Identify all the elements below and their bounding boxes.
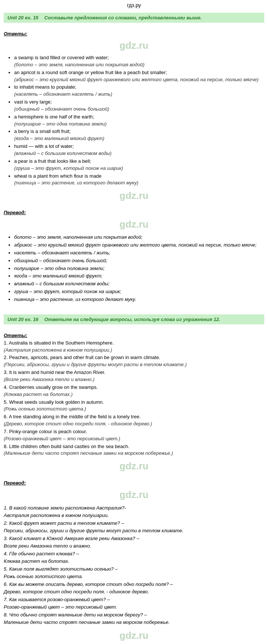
answers-label-16: Ответы: <box>4 333 264 338</box>
list-item: 5. Какие поля выглядят золотистыми осень… <box>4 565 264 580</box>
list-item: 2. Peaches, apricots, pears and other fr… <box>4 354 264 368</box>
list-item: 2. Какой фрукт может расти в теплом клим… <box>4 520 264 534</box>
exercise-15-title: Составьте предложения со словами, предст… <box>44 15 261 20</box>
list-item: 5. Wheat seeds usually look golden in au… <box>4 399 264 413</box>
list-item: 6. A tree standing along in the middle o… <box>4 413 264 428</box>
list-item: 4. Где обычно растет клюква? –Клюква рас… <box>4 550 264 565</box>
list-item: болото – это земля, наполненная или покр… <box>14 234 264 241</box>
list-item: 1. В какой половине земли расположена Ав… <box>4 504 264 519</box>
list-item: a swamp is land filled or covered with w… <box>14 54 264 69</box>
watermark-2: gdz.ru <box>0 188 268 203</box>
list-item: vast is very large;(обширный – обозначае… <box>14 99 264 113</box>
list-item: пшеница – это растение, из которого дела… <box>14 296 264 303</box>
exercise-16-id: Unit 20 ex. 16 <box>7 317 38 322</box>
list-item: 4. Cranberries usually grow on the swamp… <box>4 384 264 398</box>
list-item: населять – обозначает населять / жить; <box>14 250 264 257</box>
site-title: гдз.ру <box>127 2 141 8</box>
list-item: humid — with a lot of water;(влажный – с… <box>14 143 264 157</box>
list-item: 8. Little children often build sand cast… <box>4 443 264 457</box>
list-item: wheat is a plant from which flour is mad… <box>14 173 264 187</box>
watermark-6: gdz.ru <box>0 628 268 643</box>
list-item: a berry is a small soft fruit;(ягода – э… <box>14 128 264 142</box>
exercise-15-answers: a swamp is land filled or covered with w… <box>4 54 264 187</box>
list-item: to inhabit means to populate;(населять –… <box>14 84 264 98</box>
list-item: груша – это фрукт, который похож на шари… <box>14 288 264 295</box>
exercise-16-header: Unit 20 ex. 16 Ответьте на следующие воп… <box>4 314 264 324</box>
watermark-5: gdz.ru <box>0 487 268 502</box>
exercise-16-answers: 1. Australia is situated in the Southern… <box>4 340 264 457</box>
exercise-15-id: Unit 20 ex. 15 <box>7 15 38 20</box>
translate-section-15: болото – это земля, наполненная или покр… <box>4 234 264 303</box>
list-item: 3. Какой климат в Южной Америке возле ре… <box>4 535 264 549</box>
list-item: a pear is a fruit that looks like a bell… <box>14 158 264 172</box>
list-item: полушарие – это одна половина земли; <box>14 265 264 272</box>
exercise-16-title: Ответьте на следующие вопросы, используя… <box>44 317 261 322</box>
list-item: обширный – обозначает очень большой; <box>14 257 264 264</box>
list-item: 6. Как вы можете описать дерево, которое… <box>4 581 264 595</box>
list-item: 7. Pinky-orange colour is peach colour.(… <box>4 428 264 442</box>
watermark-4: gdz.ru <box>0 459 268 473</box>
list-item: влажный – с большим количеством воды; <box>14 280 264 288</box>
list-item: an apricot is a round soft orange or yel… <box>14 69 264 83</box>
watermark-1: gdz.ru <box>0 38 268 53</box>
translate-list-15: болото – это земля, наполненная или покр… <box>14 234 264 303</box>
translate-section-16: 1. В какой половине земли расположена Ав… <box>4 504 264 626</box>
list-item: 8. Что обычно строят маленькие дети на м… <box>4 611 264 626</box>
site-header: гдз.ру <box>0 0 268 10</box>
translate-label-16: Перевод: <box>4 480 264 486</box>
list-item: 7. Как называется розово-оранжевый цвет?… <box>4 596 264 610</box>
list-item: 1. Australia is situated in the Southern… <box>4 340 264 354</box>
list-item: a hemisphere is one half of the earth;(п… <box>14 114 264 128</box>
answers-label-15: Ответы: <box>4 31 264 37</box>
list-item: ягода – это маленький мягкий фрукт; <box>14 273 264 280</box>
list-item: 3. It is warm and humid near the Amazon … <box>4 369 264 383</box>
exercise-15-header: Unit 20 ex. 15 Составьте предложения со … <box>4 13 264 23</box>
watermark-3: gdz.ru <box>0 217 268 232</box>
translate-label-15: Перевод: <box>4 210 264 215</box>
list-item: абрикос – это круглый мягкий фрукт оранж… <box>14 242 264 249</box>
answers-list-15: a swamp is land filled or covered with w… <box>14 54 264 187</box>
